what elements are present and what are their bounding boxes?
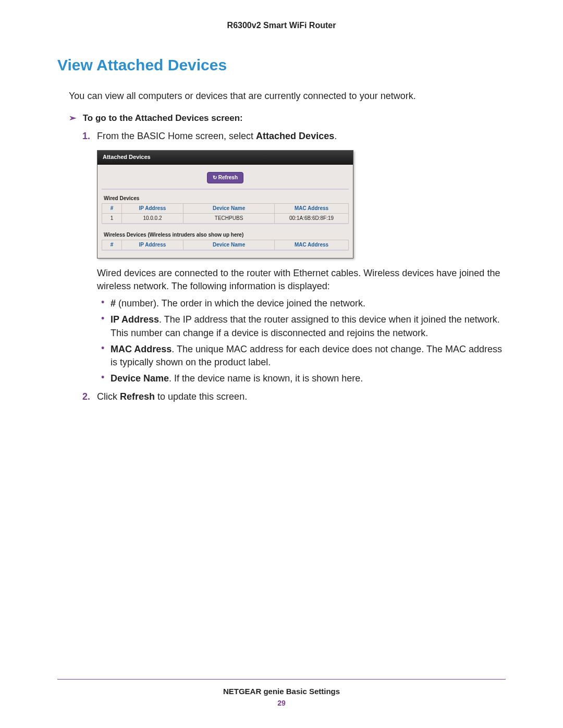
col-header-num: # xyxy=(102,240,122,250)
step-2-text-suffix: to update this screen. xyxy=(155,391,247,402)
screenshot-body: Refresh Wired Devices # IP Address Devic… xyxy=(97,165,353,258)
step-2-text-bold: Refresh xyxy=(120,391,155,402)
step-2: Click Refresh to update this screen. xyxy=(82,390,506,403)
col-header-mac: MAC Address xyxy=(275,203,349,213)
refresh-button[interactable]: Refresh xyxy=(207,172,243,183)
wireless-devices-table: # IP Address Device Name MAC Address xyxy=(102,240,349,251)
bullet-item: # (number). The order in which the devic… xyxy=(97,297,506,310)
step-1-text-prefix: From the BASIC Home screen, select xyxy=(97,131,256,141)
col-header-name: Device Name xyxy=(183,240,275,250)
triangle-bullet-icon: ➢ xyxy=(69,113,76,123)
screenshot-titlebar: Attached Devices xyxy=(97,151,353,164)
section-intro: You can view all computers or devices th… xyxy=(69,90,506,102)
section-title: View Attached Devices xyxy=(57,56,506,74)
wired-devices-table: # IP Address Device Name MAC Address 1 1… xyxy=(102,203,349,224)
task-heading-text: To go to the Attached Devices screen: xyxy=(83,113,243,123)
bullet-item: Device Name. If the device name is known… xyxy=(97,372,506,385)
bullet-rest: . If the device name is known, it is sho… xyxy=(169,373,363,384)
page-footer: NETGEAR genie Basic Settings 29 xyxy=(57,679,506,707)
bullet-bold: MAC Address xyxy=(111,344,172,354)
attached-devices-screenshot: Attached Devices Refresh Wired Devices #… xyxy=(97,150,353,258)
col-header-ip: IP Address xyxy=(121,203,183,213)
step-2-text-prefix: Click xyxy=(97,391,120,402)
cell-num: 1 xyxy=(102,213,122,224)
bullet-item: IP Address. The IP address that the rout… xyxy=(97,313,506,339)
col-header-name: Device Name xyxy=(183,203,275,213)
document-header: R6300v2 Smart WiFi Router xyxy=(57,21,506,30)
bullet-bold: IP Address xyxy=(111,314,159,325)
bullet-item: MAC Address. The unique MAC address for … xyxy=(97,343,506,369)
col-header-mac: MAC Address xyxy=(275,240,349,250)
bullet-bold: Device Name xyxy=(111,373,169,384)
wireless-devices-label: Wireless Devices (Wireless intruders als… xyxy=(102,226,349,240)
bullet-rest: . The IP address that the router assigne… xyxy=(111,314,500,338)
footer-chapter-title: NETGEAR genie Basic Settings xyxy=(57,687,506,696)
cell-name: TECHPUBS xyxy=(183,213,275,224)
table-row: 1 10.0.0.2 TECHPUBS 00:1A:6B:6D:8F:19 xyxy=(102,213,349,224)
table-header-row: # IP Address Device Name MAC Address xyxy=(102,240,349,250)
col-header-num: # xyxy=(102,203,122,213)
cell-ip: 10.0.0.2 xyxy=(121,213,183,224)
post-screenshot-paragraph: Wired devices are connected to the route… xyxy=(97,267,506,293)
footer-divider xyxy=(57,679,506,680)
col-header-ip: IP Address xyxy=(121,240,183,250)
task-heading: ➢ To go to the Attached Devices screen: xyxy=(69,113,506,124)
step-1-text-suffix: . xyxy=(334,131,337,141)
cell-mac: 00:1A:6B:6D:8F:19 xyxy=(275,213,349,224)
bullet-rest: (number). The order in which the device … xyxy=(116,298,365,309)
footer-page-number: 29 xyxy=(57,699,506,707)
step-1: From the BASIC Home screen, select Attac… xyxy=(82,130,506,385)
table-header-row: # IP Address Device Name MAC Address xyxy=(102,203,349,213)
screenshot-refresh-row: Refresh xyxy=(102,169,349,190)
step-1-text-bold: Attached Devices xyxy=(256,131,334,141)
bullet-bold: # xyxy=(111,298,116,309)
wired-devices-label: Wired Devices xyxy=(102,190,349,203)
